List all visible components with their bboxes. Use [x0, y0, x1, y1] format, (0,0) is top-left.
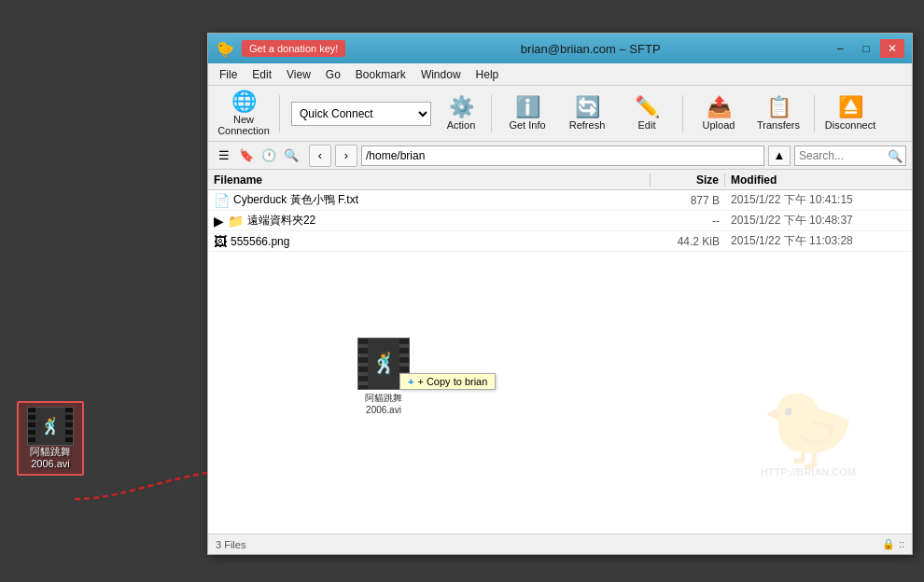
menu-view[interactable]: View: [279, 66, 318, 83]
desktop-file-icon[interactable]: 🕺 阿貓跳舞 2006.avi: [17, 401, 84, 476]
edit-button[interactable]: ✏️ Edit: [619, 90, 675, 138]
quickconnect-dropdown[interactable]: Quick Connect: [291, 102, 431, 126]
search-wrapper: 🔍: [794, 146, 906, 166]
menu-window[interactable]: Window: [413, 66, 469, 83]
toolbar-separator-4: [814, 95, 815, 132]
filelist-container: Filename Size Modified 📄 Cyberduck 黃色小鴨 …: [208, 170, 912, 534]
getinfo-button[interactable]: ℹ️ Get Info: [499, 90, 555, 138]
history-icon[interactable]: 🕐: [259, 146, 279, 166]
path-up-button[interactable]: ▲: [768, 146, 791, 166]
upload-label: Upload: [703, 119, 735, 131]
main-window: 🐤 Get a donation key! brian@briian.com –…: [207, 33, 913, 555]
edit-label: Edit: [638, 119, 656, 131]
transfers-label: Transfers: [757, 119, 800, 131]
txt-file-icon: 📄: [214, 193, 230, 208]
bookmark-icon[interactable]: 🔖: [236, 146, 257, 166]
toolbar-separator-2: [491, 95, 492, 132]
window-title: brian@briian.com – SFTP: [353, 42, 828, 56]
action-button[interactable]: ⚙️ Action: [439, 90, 483, 138]
lock-icon: 🔒: [882, 538, 895, 550]
toolbar-separator-1: [279, 95, 280, 132]
col-header-modified: Modified: [725, 173, 912, 187]
png-file-icon: 🖼: [214, 234, 227, 249]
files-count: 3 Files: [216, 539, 245, 550]
filelist-body: 📄 Cyberduck 黃色小鴨 F.txt 877 B 2015/1/22 下…: [208, 190, 912, 534]
col-header-filename: Filename: [208, 173, 651, 187]
file-modified: 2015/1/22 下午 10:41:15: [725, 192, 912, 208]
statusbar-right: 🔒 ::: [882, 538, 904, 550]
file-modified: 2015/1/22 下午 11:03:28: [725, 233, 912, 249]
disconnect-label: Disconnect: [825, 119, 875, 131]
refresh-button[interactable]: 🔄 Refresh: [559, 90, 615, 138]
resize-handle: ::: [899, 538, 904, 550]
copy-plus-icon: +: [408, 376, 413, 387]
donation-button[interactable]: Get a donation key!: [242, 40, 345, 57]
file-row[interactable]: ▶ 📁 遠端資料夾22 -- 2015/1/22 下午 10:48:37: [208, 211, 912, 231]
action-label: Action: [447, 119, 476, 131]
toolbar: 🌐 New Connection Quick Connect ⚙️ Action…: [208, 86, 912, 142]
new-connection-icon: 🌐: [231, 91, 257, 112]
refresh-icon: 🔄: [575, 97, 600, 118]
toolbar-separator-3: [682, 95, 683, 132]
quickconnect-bar: Quick Connect: [291, 102, 431, 126]
action-icon: ⚙️: [449, 97, 474, 118]
transfers-icon: 📋: [766, 97, 791, 118]
desktop-file-thumbnail: 🕺: [27, 407, 74, 446]
file-modified: 2015/1/22 下午 10:48:37: [725, 213, 912, 229]
getinfo-label: Get Info: [509, 119, 545, 131]
forward-button[interactable]: ›: [335, 145, 357, 167]
file-size: 877 B: [651, 194, 725, 207]
titlebar: 🐤 Get a donation key! brian@briian.com –…: [208, 34, 912, 63]
minimize-button[interactable]: –: [828, 39, 852, 58]
folder-icon: ▶ 📁: [214, 214, 244, 229]
file-name: 📄 Cyberduck 黃色小鴨 F.txt: [208, 192, 651, 208]
file-name: ▶ 📁 遠端資料夾22: [208, 213, 651, 229]
search-input[interactable]: [794, 146, 906, 166]
transfers-button[interactable]: 📋 Transfers: [750, 90, 806, 138]
menu-edit[interactable]: Edit: [245, 66, 279, 83]
new-connection-label: New Connection: [217, 114, 271, 136]
disconnect-button[interactable]: ⏏️ Disconnect: [822, 90, 878, 138]
menu-file[interactable]: File: [212, 66, 245, 83]
pathbar: ☰ 🔖 🕐 🔍 ‹ › ▲ 🔍: [208, 142, 912, 170]
upload-icon: 📤: [707, 97, 732, 118]
close-button[interactable]: ✕: [880, 39, 904, 58]
getinfo-icon: ℹ️: [515, 97, 540, 118]
back-button[interactable]: ‹: [309, 145, 331, 167]
menu-bookmark[interactable]: Bookmark: [348, 66, 413, 83]
menu-help[interactable]: Help: [469, 66, 507, 83]
app-icon: 🐤: [216, 40, 234, 58]
file-size: 44.2 KiB: [651, 235, 725, 248]
search-filter-icon[interactable]: 🔍: [281, 146, 301, 166]
file-name: 🖼 555566.png: [208, 234, 651, 249]
file-row[interactable]: 🖼 555566.png 44.2 KiB 2015/1/22 下午 11:03…: [208, 231, 912, 252]
path-input[interactable]: [361, 146, 764, 166]
window-controls: – □ ✕: [828, 39, 904, 58]
file-row[interactable]: 📄 Cyberduck 黃色小鴨 F.txt 877 B 2015/1/22 下…: [208, 190, 912, 211]
upload-button[interactable]: 📤 Upload: [691, 90, 747, 138]
file-size: --: [651, 215, 725, 228]
view-icons: ☰ 🔖 🕐 🔍: [214, 146, 301, 166]
copy-tooltip-text: + Copy to brian: [417, 376, 487, 387]
desktop-icon-label: 阿貓跳舞 2006.avi: [22, 446, 78, 470]
list-view-icon[interactable]: ☰: [214, 146, 234, 166]
statusbar: 3 Files 🔒 ::: [208, 534, 912, 554]
menubar: File Edit View Go Bookmark Window Help: [208, 63, 912, 86]
edit-icon: ✏️: [635, 97, 660, 118]
filelist-header: Filename Size Modified: [208, 170, 912, 190]
col-header-size: Size: [651, 173, 725, 187]
new-connection-button[interactable]: 🌐 New Connection: [216, 90, 272, 138]
maximize-button[interactable]: □: [854, 39, 878, 58]
disconnect-icon: ⏏️: [838, 97, 863, 118]
drag-icon-label: 阿貓跳舞 2006.avi: [365, 392, 402, 416]
refresh-label: Refresh: [569, 119, 606, 131]
copy-tooltip: + + Copy to brian: [399, 373, 496, 390]
menu-go[interactable]: Go: [318, 66, 348, 83]
